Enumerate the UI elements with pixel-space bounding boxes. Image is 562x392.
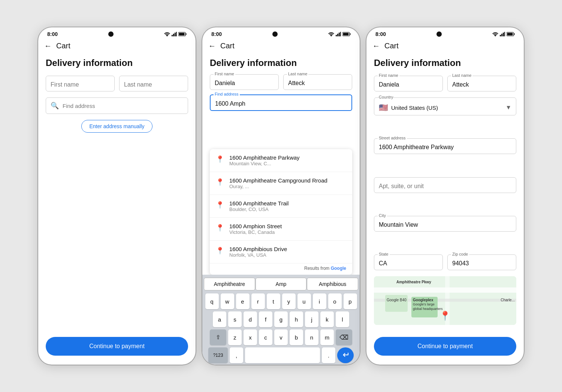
key-b[interactable]: b: [290, 329, 303, 345]
zip-label-3: Zip code: [451, 252, 469, 256]
autocomplete-item-1[interactable]: 📍 1600 Amphitheatre Campground Rroad Our…: [210, 172, 352, 195]
city-input-3[interactable]: [374, 216, 516, 232]
key-x[interactable]: x: [244, 329, 257, 345]
key-v[interactable]: v: [274, 329, 288, 345]
key-q[interactable]: q: [205, 293, 219, 309]
key-m[interactable]: m: [320, 329, 334, 345]
zip-group-3: Zip code: [447, 254, 516, 270]
key-d[interactable]: d: [244, 311, 257, 327]
map-preview-3: Amphitheatre Pkwy Google B40 Googleplex …: [374, 276, 516, 325]
pin-icon-1: 📍: [216, 178, 224, 186]
enter-icon: [342, 353, 349, 358]
key-e[interactable]: e: [236, 293, 250, 309]
first-name-label-3: First name: [378, 73, 399, 78]
key-backspace[interactable]: ⌫: [336, 329, 352, 345]
bottom-bar-1: Continue to payment: [38, 332, 196, 365]
key-a[interactable]: a: [213, 311, 226, 327]
continue-button-1[interactable]: Continue to payment: [46, 337, 188, 356]
map-pin-3: 📍: [439, 311, 451, 321]
key-u[interactable]: u: [297, 293, 311, 309]
content-1: Delivery information 🔍 Enter address man…: [38, 53, 196, 332]
last-name-label-3: Last name: [451, 73, 472, 78]
key-y[interactable]: y: [282, 293, 296, 309]
nav-bar-3: ← Cart: [366, 39, 524, 53]
country-group-3: Country 🇺🇸 United States (US) ▼: [374, 97, 516, 132]
addr-text-3: 1600 Amphion Street Victoria, BC, Canada: [229, 223, 282, 235]
key-enter[interactable]: [337, 347, 354, 363]
state-zip-row-3: State Zip code: [374, 254, 516, 270]
map-googleplex-desc: Google's largeglobal headquarters: [413, 302, 443, 311]
battery-icon-1: [178, 32, 187, 36]
key-space[interactable]: [245, 347, 320, 363]
key-l[interactable]: l: [336, 311, 349, 327]
autocomplete-item-2[interactable]: 📍 1600 Amphitheatre Trail Boulder, CO, U…: [210, 195, 352, 218]
last-name-group-1: [119, 76, 188, 91]
autocomplete-dropdown-2: 📍 1600 Amphitheatre Parkway Mountain Vie…: [210, 149, 352, 275]
apt-input-3[interactable]: [374, 177, 516, 193]
first-name-input-3[interactable]: [374, 76, 443, 91]
suggestion-1[interactable]: Amp: [256, 278, 307, 290]
key-c[interactable]: c: [259, 329, 272, 345]
street-label-3: Street address: [378, 136, 407, 140]
key-p[interactable]: p: [344, 293, 357, 309]
key-g[interactable]: g: [274, 311, 288, 327]
street-input-3[interactable]: [374, 138, 516, 154]
addr-text-0: 1600 Amphitheatre Parkway Mountain View,…: [229, 154, 300, 166]
phone-2: 8:00 ← Cart Delivery information First n…: [202, 27, 360, 365]
apt-group-3: [374, 177, 516, 210]
autocomplete-item-4[interactable]: 📍 1600 Amphibious Drive Norfolk, VA, USA: [210, 241, 352, 263]
country-dropdown-3[interactable]: 🇺🇸 United States (US) ▼: [374, 97, 516, 115]
find-address-input-2[interactable]: [210, 94, 352, 111]
camera-notch-2: [272, 31, 278, 37]
svg-rect-5: [186, 33, 187, 35]
key-k[interactable]: k: [320, 311, 334, 327]
autocomplete-item-0[interactable]: 📍 1600 Amphitheatre Parkway Mountain Vie…: [210, 149, 352, 172]
key-i[interactable]: i: [313, 293, 326, 309]
enter-manually-button-1[interactable]: Enter address manually: [81, 120, 152, 133]
find-address-field-1[interactable]: 🔍: [46, 97, 188, 114]
back-button-1[interactable]: ←: [44, 42, 52, 50]
last-name-input-2[interactable]: [283, 74, 352, 90]
map-googleplex-label: Googleplex: [413, 298, 433, 302]
battery-icon-3: [507, 32, 515, 36]
back-button-2[interactable]: ←: [208, 42, 216, 50]
addr-main-1: 1600 Amphitheatre Campground Rroad: [229, 177, 327, 184]
key-f[interactable]: f: [259, 311, 272, 327]
back-button-3[interactable]: ←: [372, 42, 380, 50]
first-name-input-2[interactable]: [210, 74, 279, 90]
last-name-input-1[interactable]: [119, 76, 188, 91]
key-r[interactable]: r: [251, 293, 265, 309]
key-h[interactable]: h: [290, 311, 303, 327]
key-num[interactable]: ?123: [208, 347, 228, 363]
svg-rect-0: [172, 35, 173, 36]
suggestion-0[interactable]: Amphitheatre: [204, 278, 255, 290]
phone-1: 8:00 ← Cart Delivery information 🔍 Enter…: [38, 27, 196, 365]
addr-sub-4: Norfolk, VA, USA: [229, 252, 287, 258]
wifi-icon-1: [164, 32, 170, 36]
autocomplete-item-3[interactable]: 📍 1600 Amphion Street Victoria, BC, Cana…: [210, 218, 352, 241]
key-w[interactable]: w: [221, 293, 234, 309]
first-name-label-2: First name: [214, 72, 235, 76]
svg-rect-14: [500, 35, 501, 36]
key-s[interactable]: s: [228, 311, 242, 327]
key-comma[interactable]: ,: [230, 347, 243, 363]
name-row-1: [46, 76, 188, 91]
key-period[interactable]: .: [322, 347, 335, 363]
addr-main-2: 1600 Amphitheatre Trail: [229, 200, 288, 206]
nav-bar-1: ← Cart: [38, 39, 196, 53]
suggestion-2[interactable]: Amphibious: [307, 278, 358, 290]
find-address-input-1[interactable]: [63, 103, 183, 109]
key-t[interactable]: t: [267, 293, 280, 309]
bottom-bar-3: Continue to payment: [366, 332, 524, 365]
zip-input-3[interactable]: [447, 254, 516, 270]
key-shift[interactable]: ⇧: [210, 329, 226, 345]
last-name-input-3[interactable]: [447, 76, 516, 91]
first-name-input-1[interactable]: [46, 76, 115, 91]
svg-rect-20: [507, 33, 513, 36]
key-j[interactable]: j: [305, 311, 318, 327]
continue-button-3[interactable]: Continue to payment: [374, 337, 516, 356]
state-input-3[interactable]: [374, 254, 443, 270]
key-o[interactable]: o: [328, 293, 342, 309]
key-z[interactable]: z: [228, 329, 242, 345]
key-n[interactable]: n: [305, 329, 318, 345]
